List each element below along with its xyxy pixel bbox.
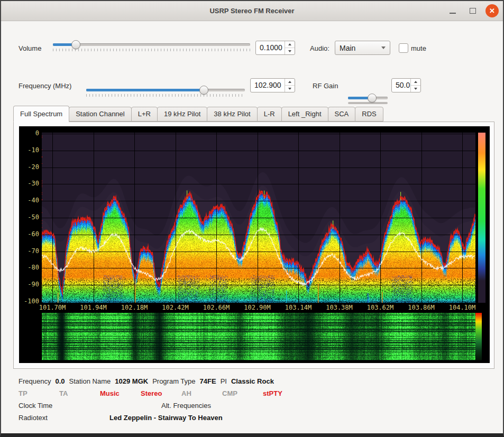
tab-19-khz-pilot[interactable]: 19 kHz Pilot [157, 107, 207, 122]
x-tick-label: 102.90M [239, 304, 277, 311]
tab-l-r[interactable]: L-R [257, 107, 282, 122]
fft-spectrum-plot[interactable] [42, 133, 475, 303]
y-tick-label: -50 [19, 213, 39, 221]
rds-flag-ta: TA [59, 389, 100, 397]
title-bar: USRP Stereo FM Receiver ✕ [1, 1, 503, 21]
rf-gain-value[interactable]: 50.0 [392, 79, 410, 92]
rds-flags-row: TPTAMusicStereoAHCMPstPTY [19, 389, 304, 397]
radiotext-value: Led Zeppelin - Stairway To Heaven [109, 414, 223, 422]
tab-sca[interactable]: SCA [328, 107, 356, 122]
volume-slider-handle[interactable] [71, 40, 80, 49]
rds-flag-tp: TP [19, 389, 59, 397]
mute-checkbox[interactable] [399, 43, 408, 53]
audio-dropdown[interactable]: Main [335, 41, 390, 55]
waterfall-plot[interactable] [42, 313, 475, 360]
rf-gain-decrement-button[interactable] [411, 86, 420, 92]
up-arrow-icon [288, 81, 291, 83]
volume-slider-groove[interactable] [53, 43, 250, 46]
x-tick-label: 102.18M [115, 304, 153, 311]
rf-gain-slider-groove[interactable] [348, 97, 388, 99]
tab-38-khz-pilot[interactable]: 38 kHz Pilot [207, 107, 257, 122]
y-tick-label: -10 [19, 146, 39, 154]
x-tick-label: 102.42M [157, 304, 195, 311]
tab-rds[interactable]: RDS [355, 107, 383, 122]
rds-flag-stpty: stPTY [263, 389, 304, 397]
frequency-value[interactable]: 102.900 [251, 79, 285, 92]
close-button[interactable]: ✕ [485, 4, 499, 17]
frequency-slider-groove[interactable] [86, 89, 245, 91]
app-window: USRP Stereo FM Receiver ✕ Volume 0.1000 … [0, 0, 504, 437]
spectrum-colorbar [478, 133, 485, 303]
x-tick-label: 103.14M [279, 304, 317, 311]
mute-label: mute [411, 44, 426, 52]
volume-value[interactable]: 0.1000 [256, 41, 285, 54]
x-tick-label: 101.70M [33, 304, 71, 311]
up-arrow-icon [288, 43, 291, 45]
rds-flag-cmp: CMP [222, 389, 263, 397]
close-icon: ✕ [489, 7, 495, 15]
volume-slider[interactable] [53, 43, 250, 51]
y-tick-label: 0 [19, 129, 39, 137]
frequency-decrement-button[interactable] [285, 86, 295, 92]
frequency-spinbox[interactable]: 102.900 [250, 78, 295, 92]
main-content: Volume 0.1000 Audio: Main mute Frequency… [2, 21, 502, 433]
y-tick-label: -60 [19, 230, 39, 238]
rds-info-value: 1029 MGK [115, 377, 148, 385]
tab-l-r[interactable]: L+R [131, 107, 158, 122]
radiotext-label: Radiotext [19, 414, 48, 422]
rf-gain-slider-track [348, 102, 388, 104]
rf-gain-slider[interactable] [348, 97, 388, 104]
minimize-button[interactable] [445, 4, 460, 18]
rds-info-value: 74FE [200, 377, 216, 385]
volume-slider-ticks [53, 49, 250, 51]
rf-gain-slider-handle[interactable] [368, 94, 377, 103]
x-tick-label: 103.62M [361, 304, 399, 311]
rds-flag-stereo: Stereo [141, 389, 181, 397]
chevron-down-icon [381, 47, 386, 49]
rds-info-label: Station Name [69, 377, 111, 385]
maximize-button[interactable] [465, 4, 480, 18]
volume-label: Volume [19, 44, 41, 52]
rds-info-label: Frequency [19, 377, 51, 385]
minimize-icon [450, 13, 456, 14]
rds-info-value: 0.0 [55, 377, 65, 385]
tab-pane-full-spectrum: 0-10-20-30-40-50-60-70-80-90-100 101.70M… [13, 122, 494, 369]
audio-label: Audio: [310, 44, 329, 52]
rf-gain-label: RF Gain [313, 82, 338, 90]
tab-bar: Full SpectrumStation ChannelL+R19 kHz Pi… [13, 107, 383, 122]
rds-flag-ah: AH [181, 389, 222, 397]
rds-flag-music: Music [100, 389, 141, 397]
x-tick-label: 103.86M [402, 304, 441, 311]
down-arrow-icon [288, 50, 291, 52]
x-tick-label: 104.10M [443, 304, 481, 311]
volume-decrement-button[interactable] [285, 48, 295, 54]
rf-gain-increment-button[interactable] [411, 79, 420, 86]
rf-gain-spinbox[interactable]: 50.0 [391, 78, 421, 92]
rds-info-label: Program Type [152, 377, 195, 385]
x-tick-label: 101.94M [75, 304, 113, 311]
down-arrow-icon [288, 88, 291, 90]
volume-increment-button[interactable] [285, 41, 295, 48]
maximize-icon [470, 8, 476, 14]
frequency-slider[interactable] [86, 89, 245, 97]
clock-time-label: Clock Time [19, 402, 52, 410]
y-tick-label: -70 [19, 247, 39, 255]
spectrum-display: 0-10-20-30-40-50-60-70-80-90-100 101.70M… [19, 126, 490, 363]
tab-full-spectrum[interactable]: Full Spectrum [13, 106, 69, 122]
alt-frequencies-label: Alt. Frequencies [161, 402, 211, 410]
frequency-increment-button[interactable] [285, 79, 295, 86]
rds-info-row: Frequency0.0Station Name1029 MGKProgram … [19, 377, 278, 385]
audio-selected-value: Main [340, 44, 381, 52]
window-title: USRP Stereo FM Receiver [1, 1, 503, 21]
x-tick-label: 102.66M [197, 304, 235, 311]
y-tick-label: -80 [19, 264, 39, 271]
rds-info-label: PI [221, 377, 227, 385]
y-tick-label: -40 [19, 197, 39, 204]
tab-left-right[interactable]: Left _Right [281, 107, 328, 122]
frequency-slider-handle[interactable] [199, 86, 208, 95]
tab-station-channel[interactable]: Station Channel [69, 107, 132, 122]
frequency-slider-ticks [86, 94, 245, 97]
frequency-label: Frequency (MHz) [19, 82, 71, 90]
y-tick-label: -90 [19, 281, 39, 288]
volume-spinbox[interactable]: 0.1000 [255, 41, 295, 55]
